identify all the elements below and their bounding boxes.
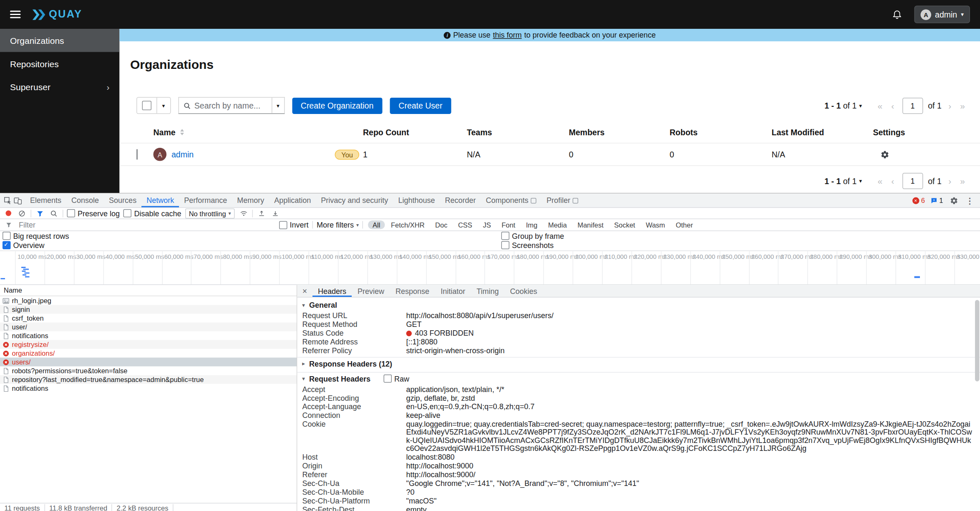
request-row[interactable]: users/ <box>0 358 297 367</box>
sidebar-item-repositories[interactable]: Repositories <box>0 52 120 76</box>
filter-input[interactable] <box>18 220 275 230</box>
feedback-form-link[interactable]: this form <box>493 31 521 40</box>
devtools-tab-network[interactable]: Network <box>141 194 179 207</box>
pagination-summary[interactable]: 1 - 1 of 1 <box>824 101 857 111</box>
request-headers-section-header[interactable]: ▾ Request Headers Raw <box>297 372 980 385</box>
group-by-frame-checkbox[interactable]: Group by frame <box>501 231 980 240</box>
clear-network-log-icon[interactable] <box>17 208 27 218</box>
quay-logo[interactable]: QUAY <box>32 8 83 21</box>
next-page-button[interactable]: › <box>944 176 956 186</box>
devtools-tab-sources[interactable]: Sources <box>104 194 141 207</box>
last-page-button[interactable]: » <box>956 101 970 111</box>
general-section-header[interactable]: ▾ General <box>297 299 980 311</box>
request-row[interactable]: repository?last_modified=true&namespace=… <box>0 375 297 384</box>
export-har-icon[interactable] <box>270 208 280 218</box>
next-page-button[interactable]: › <box>944 101 956 111</box>
user-menu[interactable]: A admin ▾ <box>914 6 970 23</box>
request-row[interactable]: csrf_token <box>0 314 297 323</box>
devtools-tab-elements[interactable]: Elements <box>25 194 66 207</box>
details-tab-preview[interactable]: Preview <box>352 285 390 297</box>
details-tab-headers[interactable]: Headers <box>312 285 352 297</box>
details-tab-cookies[interactable]: Cookies <box>504 285 543 297</box>
devtools-tab-privacy-and-security[interactable]: Privacy and security <box>316 194 393 207</box>
network-conditions-icon[interactable] <box>239 208 249 218</box>
request-row[interactable]: notifications <box>0 331 297 340</box>
chevron-down-icon[interactable]: ▾ <box>157 102 170 109</box>
devtools-tab-memory[interactable]: Memory <box>232 194 269 207</box>
pagination-summary[interactable]: 1 - 1 of 1 <box>824 176 857 186</box>
issues-badge[interactable]: 1 <box>930 197 943 204</box>
throttling-select[interactable]: No throttling▾ <box>185 208 235 218</box>
request-row[interactable]: notifications <box>0 384 297 393</box>
chevron-down-icon[interactable]: ▾ <box>859 178 862 184</box>
screenshots-checkbox[interactable]: Screenshots <box>501 241 980 250</box>
response-headers-section-header[interactable]: ▸ Response Headers (12) <box>297 357 980 370</box>
settings-gear-icon[interactable] <box>949 195 959 205</box>
select-all-checkbox[interactable] <box>142 101 152 111</box>
import-har-icon[interactable] <box>257 208 267 218</box>
devtools-tab-application[interactable]: Application <box>269 194 316 207</box>
last-page-button[interactable]: » <box>956 176 970 186</box>
request-row[interactable]: signin <box>0 305 297 314</box>
request-list-header[interactable]: Name <box>0 285 297 296</box>
filter-pill-img[interactable]: Img <box>521 220 542 229</box>
devtools-tab-performance[interactable]: Performance <box>179 194 232 207</box>
first-page-button[interactable]: « <box>873 176 887 186</box>
preserve-log-checkbox[interactable]: Preserve log <box>67 209 120 218</box>
chevron-down-icon[interactable]: ▾ <box>859 102 862 109</box>
details-tab-initiator[interactable]: Initiator <box>435 285 471 297</box>
search-filter-caret[interactable]: ▾ <box>272 98 284 114</box>
page-number-input[interactable] <box>902 173 923 189</box>
console-errors-badge[interactable]: ×6 <box>912 197 925 204</box>
disable-cache-checkbox[interactable]: Disable cache <box>123 209 181 218</box>
request-row[interactable]: rh_login.jpeg <box>0 296 297 305</box>
request-row[interactable]: robots?permissions=true&token=false <box>0 367 297 375</box>
device-toolbar-icon[interactable] <box>13 195 23 205</box>
filter-pill-wasm[interactable]: Wasm <box>641 220 669 229</box>
row-settings-gear-icon[interactable] <box>873 150 974 159</box>
overview-checkbox[interactable]: Overview <box>3 241 501 250</box>
filter-pill-css[interactable]: CSS <box>453 220 476 229</box>
search-network-icon[interactable] <box>49 208 59 218</box>
details-tab-response[interactable]: Response <box>390 285 435 297</box>
devtools-tab-profiler[interactable]: Profiler <box>542 194 584 207</box>
org-name-link[interactable]: admin <box>171 150 194 159</box>
more-options-icon[interactable]: ⋮ <box>965 196 975 205</box>
previous-page-button[interactable]: ‹ <box>887 176 899 186</box>
details-scrollbar[interactable] <box>975 300 980 382</box>
filter-pill-font[interactable]: Font <box>497 220 520 229</box>
more-filters-button[interactable]: More filters▾ <box>317 220 359 229</box>
create-user-button[interactable]: Create User <box>390 97 451 114</box>
devtools-tab-lighthouse[interactable]: Lighthouse <box>393 194 440 207</box>
column-header-name[interactable]: Name <box>154 127 363 137</box>
page-number-input[interactable] <box>902 97 923 114</box>
create-organization-button[interactable]: Create Organization <box>292 97 383 114</box>
menu-toggle-icon[interactable] <box>10 11 21 18</box>
filter-pill-other[interactable]: Other <box>671 220 697 229</box>
filter-pill-socket[interactable]: Socket <box>610 220 640 229</box>
invert-filter-checkbox[interactable]: Invert <box>279 220 309 229</box>
row-checkbox[interactable] <box>136 149 138 160</box>
previous-page-button[interactable]: ‹ <box>887 101 899 111</box>
big-request-rows-checkbox[interactable]: Big request rows <box>3 231 501 240</box>
sidebar-item-superuser[interactable]: Superuser › <box>0 75 120 99</box>
close-details-icon[interactable]: × <box>297 285 312 297</box>
search-input[interactable] <box>193 100 272 111</box>
record-network-log-icon[interactable] <box>6 210 12 216</box>
devtools-tab-components[interactable]: Components <box>481 194 542 207</box>
filter-pill-manifest[interactable]: Manifest <box>573 220 608 229</box>
notifications-bell-icon[interactable] <box>892 10 902 20</box>
filter-pill-media[interactable]: Media <box>544 220 571 229</box>
details-tab-timing[interactable]: Timing <box>471 285 504 297</box>
inspect-element-icon[interactable] <box>3 195 13 205</box>
network-overview-timeline[interactable]: 10,000 ms20,000 ms30,000 ms40,000 ms50,0… <box>0 251 980 285</box>
request-row[interactable]: user/ <box>0 323 297 331</box>
sort-icon[interactable] <box>181 129 184 135</box>
filter-pill-js[interactable]: JS <box>479 220 495 229</box>
devtools-tab-recorder[interactable]: Recorder <box>440 194 481 207</box>
filter-pill-all[interactable]: All <box>368 220 385 229</box>
request-row[interactable]: registrysize/ <box>0 340 297 349</box>
filter-toggle-icon[interactable] <box>35 208 45 218</box>
bulk-select[interactable]: ▾ <box>136 97 171 114</box>
filter-pill-doc[interactable]: Doc <box>431 220 452 229</box>
